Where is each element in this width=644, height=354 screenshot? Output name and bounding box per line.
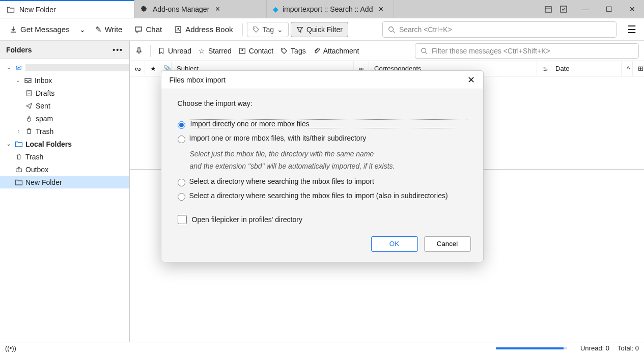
import-option-3[interactable]: Select a directory where searching the m… [178, 177, 467, 186]
folder-label: Trash [25, 153, 43, 161]
filter-icon [296, 26, 303, 33]
folder-icon [14, 140, 23, 148]
folder-inbox[interactable]: ⌄ Inbox [0, 74, 129, 87]
pencil-icon: ✎ [95, 25, 102, 34]
label: Chat [146, 25, 162, 34]
write-button[interactable]: ✎ Write [90, 22, 128, 37]
mail-icon: ✉ [14, 64, 23, 72]
folder-sent[interactable]: Sent [0, 99, 129, 112]
radio-input[interactable] [178, 193, 185, 201]
cancel-button[interactable]: Cancel [424, 236, 471, 252]
import-option-4[interactable]: Select a directory where searching the m… [178, 192, 467, 201]
titlebar: New Folder Add-ons Manager × ◆ importexp… [0, 0, 644, 18]
radio-input[interactable] [178, 135, 185, 143]
address-book-button[interactable]: Address Book [169, 22, 238, 37]
svg-point-4 [178, 28, 179, 29]
trash-icon [24, 128, 34, 135]
filter-input[interactable]: Filter these messages <Ctrl+Shift+K> [415, 43, 639, 59]
tab-new-folder[interactable]: New Folder [0, 0, 134, 18]
label: Contact [249, 47, 273, 55]
get-messages-button[interactable]: Get Messages [4, 22, 75, 37]
filter-attachment[interactable]: Attachment [313, 47, 359, 55]
account-row[interactable]: ⌄ ✉ [0, 61, 129, 74]
folder-tree: ⌄ ✉ ⌄ Inbox Drafts Sent spam [0, 59, 129, 342]
folder-trash[interactable]: › Trash [0, 125, 129, 138]
folder-spam[interactable]: spam [0, 112, 129, 125]
chevron-right-icon[interactable]: › [15, 128, 22, 134]
folder-outbox[interactable]: Outbox [0, 163, 129, 176]
import-option-1[interactable]: Import directly one or more mbox files [178, 120, 467, 129]
chat-icon [134, 25, 143, 34]
get-messages-dropdown[interactable]: ⌄ [77, 25, 88, 34]
col-sort[interactable]: ^ [622, 61, 633, 76]
dialog-header: Files mbox import ✕ [161, 71, 483, 89]
progress-bar [496, 347, 567, 349]
profiles-dir-checkbox[interactable]: Open filepicker in profiles' directory [178, 215, 467, 224]
close-icon[interactable]: × [377, 5, 385, 13]
folders-label: Folders [6, 46, 32, 54]
ok-button[interactable]: OK [371, 236, 418, 252]
col-star[interactable]: ★ [145, 61, 158, 76]
col-picker[interactable]: ⊞ [633, 61, 644, 76]
chevron-down-icon[interactable]: ⌄ [5, 141, 12, 147]
close-icon[interactable]: ✕ [467, 74, 475, 86]
folder-label: Sent [36, 102, 50, 110]
account-label [25, 64, 129, 71]
activity-icon[interactable]: ((•)) [5, 344, 16, 352]
chevron-down-icon[interactable]: ⌄ [5, 65, 12, 70]
chat-button[interactable]: Chat [129, 22, 167, 37]
filter-starred[interactable]: ☆ Starred [199, 47, 232, 55]
folder-new-folder[interactable]: New Folder [0, 176, 129, 188]
import-option-2[interactable]: Import one or more mbox files, with its/… [178, 134, 467, 143]
checkbox-input[interactable] [178, 215, 187, 224]
folder-local-trash[interactable]: Trash [0, 150, 129, 163]
label: Unread [168, 47, 191, 55]
radio-label: Import one or more mbox files, with its/… [189, 134, 467, 142]
label: Quick Filter [306, 25, 343, 34]
tab-title: Add-ons Manager [153, 5, 209, 13]
separator [150, 45, 151, 57]
hamburger-icon: ☰ [627, 23, 636, 36]
radio-input[interactable] [178, 121, 185, 129]
label: Starred [208, 47, 232, 55]
folder-drafts[interactable]: Drafts [0, 87, 129, 99]
folder-label: Drafts [36, 89, 54, 97]
dialog-title: Files mbox import [170, 76, 226, 84]
quick-filter-button[interactable]: Quick Filter [291, 22, 348, 37]
tab-search[interactable]: ◆ importexport :: Search :: Add × [267, 0, 394, 18]
paperclip-icon [313, 47, 320, 55]
col-junk[interactable]: ♨ [537, 61, 550, 76]
filter-tags[interactable]: Tags [281, 47, 306, 55]
flame-icon: ♨ [542, 65, 548, 72]
tab-addons[interactable]: Add-ons Manager × [134, 0, 267, 18]
folder-icon [14, 178, 23, 186]
kebab-icon[interactable]: ••• [113, 46, 123, 54]
col-date[interactable]: Date [550, 61, 622, 76]
folder-label: spam [36, 115, 53, 123]
folder-label: Outbox [25, 166, 48, 174]
filter-contact[interactable]: Contact [239, 47, 273, 55]
tag-button[interactable]: Tag ⌄ [247, 22, 289, 37]
tasks-icon[interactable] [559, 5, 568, 13]
search-input[interactable]: Search <Ctrl+K> [382, 21, 617, 38]
close-icon[interactable]: × [213, 5, 221, 13]
maximize-button[interactable]: ☐ [597, 0, 621, 18]
total-count: Total: 0 [618, 344, 639, 352]
quick-filter-bar: Unread ☆ Starred Contact Tags Attachment… [130, 41, 644, 61]
col-thread[interactable]: ᔓ [130, 61, 145, 76]
radio-input[interactable] [178, 179, 185, 186]
close-button[interactable]: ✕ [621, 0, 644, 18]
chevron-down-icon: ⌄ [79, 25, 86, 34]
checkbox-label: Open filepicker in profiles' directory [192, 215, 302, 224]
pin-icon[interactable] [135, 47, 143, 55]
filter-unread[interactable]: Unread [158, 47, 191, 55]
calendar-icon[interactable] [544, 5, 552, 13]
folder-label: Inbox [35, 76, 52, 85]
chevron-down-icon[interactable]: ⌄ [14, 77, 21, 83]
dialog-buttons: OK Cancel [161, 236, 483, 262]
tag-icon [253, 26, 260, 33]
local-folders-row[interactable]: ⌄ Local Folders [0, 138, 129, 150]
dropbox-icon: ◆ [273, 5, 278, 13]
app-menu-button[interactable]: ☰ [624, 21, 640, 38]
minimize-button[interactable]: — [574, 0, 597, 18]
